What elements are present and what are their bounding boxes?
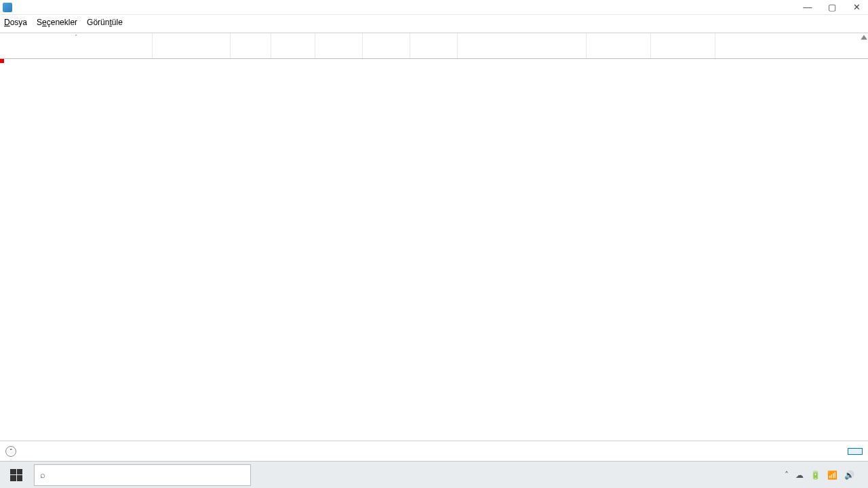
fewer-details-button[interactable]: ˄ xyxy=(5,446,20,457)
svg-marker-0 xyxy=(861,35,867,39)
menubar: Dosya Seçenekler Görüntüle xyxy=(0,15,868,30)
col-name[interactable]: ˄ xyxy=(0,33,153,58)
menu-view[interactable]: Görüntüle xyxy=(87,18,123,27)
highlight-annotation xyxy=(0,59,4,63)
col-gpu[interactable] xyxy=(410,33,458,58)
sort-indicator-icon: ˄ xyxy=(75,34,78,41)
maximize-button[interactable]: ▢ xyxy=(827,3,837,12)
col-power[interactable] xyxy=(587,33,651,58)
column-headers: ˄ xyxy=(0,33,868,59)
scroll-up-icon[interactable] xyxy=(860,33,868,40)
titlebar: — ▢ ✕ xyxy=(0,0,868,15)
tray-wifi-icon[interactable]: 📶 xyxy=(827,470,837,480)
menu-file[interactable]: Dosya xyxy=(4,18,27,27)
col-network[interactable] xyxy=(363,33,410,58)
footer: ˄ xyxy=(0,441,868,461)
menu-options[interactable]: Seçenekler xyxy=(37,18,77,27)
col-gpu-engine[interactable] xyxy=(458,33,587,58)
search-icon: ⌕ xyxy=(40,470,45,480)
chevron-up-icon: ˄ xyxy=(5,446,16,457)
taskbar: ⌕ ˄ ☁ 🔋 📶 🔊 xyxy=(0,461,868,488)
windows-logo-icon xyxy=(10,469,22,481)
system-tray: ˄ ☁ 🔋 📶 🔊 xyxy=(778,470,868,480)
window-controls: — ▢ ✕ xyxy=(803,3,865,12)
col-power-trend[interactable] xyxy=(651,33,715,58)
search-box[interactable]: ⌕ xyxy=(34,464,251,486)
tray-cloud-icon[interactable]: ☁ xyxy=(795,470,804,480)
tray-chevron-icon[interactable]: ˄ xyxy=(785,470,789,480)
col-disk[interactable] xyxy=(315,33,363,58)
end-task-button[interactable] xyxy=(848,448,863,455)
process-table: ˄ xyxy=(0,33,868,441)
app-icon xyxy=(3,3,12,12)
col-cpu[interactable] xyxy=(231,33,271,58)
minimize-button[interactable]: — xyxy=(803,3,812,12)
start-button[interactable] xyxy=(0,462,33,488)
tray-battery-icon[interactable]: 🔋 xyxy=(810,470,821,480)
col-status[interactable] xyxy=(153,33,231,58)
close-button[interactable]: ✕ xyxy=(852,3,861,12)
col-memory[interactable] xyxy=(271,33,315,58)
tray-volume-icon[interactable]: 🔊 xyxy=(844,470,854,480)
